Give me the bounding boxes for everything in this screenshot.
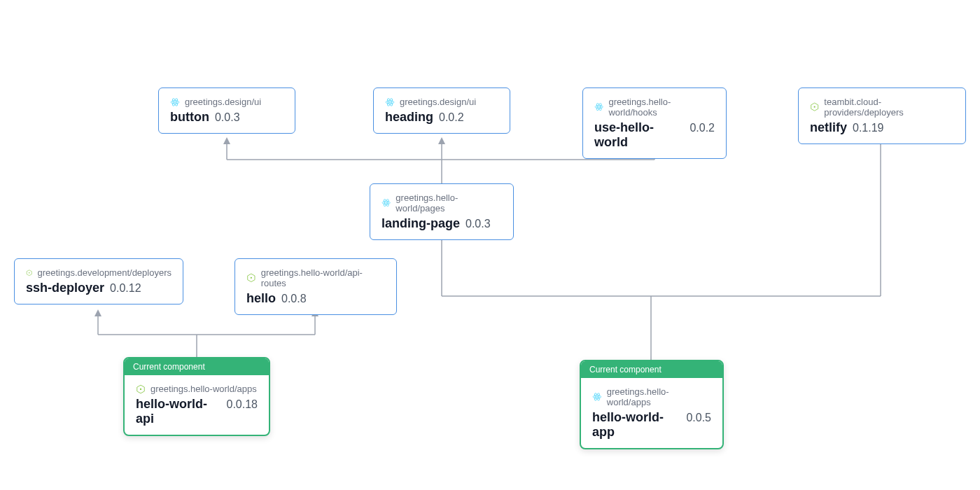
svg-point-30 — [140, 388, 141, 389]
react-icon — [385, 97, 395, 107]
node-scope: greetings.design/ui — [185, 97, 261, 107]
node-button[interactable]: greetings.design/ui button 0.0.3 — [158, 88, 295, 134]
node-scope: greetings.hello-world/pages — [396, 192, 502, 214]
node-landing-page[interactable]: greetings.hello-world/pages landing-page… — [370, 183, 514, 240]
node-name: landing-page — [382, 216, 460, 231]
node-scope: teambit.cloud-providers/deployers — [824, 97, 954, 118]
node-name: button — [170, 110, 209, 125]
current-component-header: Current component — [125, 358, 269, 375]
react-icon — [382, 198, 391, 208]
nodejs-icon — [810, 102, 819, 112]
current-node-hello-world-api[interactable]: Current component greetings.hello-world/… — [123, 357, 270, 436]
node-version: 0.0.18 — [227, 398, 258, 411]
svg-marker-3 — [94, 309, 102, 316]
nodejs-icon — [26, 268, 32, 278]
dependency-graph: greetings.design/ui button 0.0.3 greetin… — [0, 0, 980, 490]
react-icon — [592, 392, 602, 402]
node-version: 0.0.3 — [215, 111, 240, 124]
react-icon — [594, 102, 603, 112]
svg-point-34 — [596, 396, 598, 398]
svg-point-14 — [389, 101, 391, 102]
node-name: heading — [385, 110, 433, 125]
node-ssh-deployer[interactable]: greetings.development/deployers ssh-depl… — [14, 258, 183, 304]
node-scope: greetings.hello-world/api-routes — [261, 267, 385, 288]
node-name: netlify — [810, 120, 847, 135]
node-scope: greetings.hello-world/apps — [150, 384, 257, 394]
node-netlify[interactable]: teambit.cloud-providers/deployers netlif… — [798, 88, 966, 144]
svg-point-20 — [814, 106, 816, 108]
node-use-hello-world[interactable]: greetings.hello-world/hooks use-hello-wo… — [582, 88, 727, 159]
node-name: hello-world-app — [592, 410, 680, 440]
node-scope: greetings.hello-world/apps — [607, 386, 711, 407]
node-heading[interactable]: greetings.design/ui heading 0.0.2 — [373, 88, 510, 134]
node-version: 0.0.8 — [281, 293, 307, 305]
node-name: use-hello-world — [594, 120, 684, 150]
nodejs-icon — [136, 384, 146, 394]
svg-point-10 — [174, 101, 176, 102]
node-version: 0.0.12 — [110, 282, 141, 295]
current-component-header: Current component — [581, 361, 722, 378]
nodejs-icon — [246, 273, 256, 283]
svg-point-18 — [598, 106, 600, 108]
svg-marker-1 — [438, 137, 445, 144]
node-version: 0.0.5 — [686, 412, 711, 424]
node-scope: greetings.development/deployers — [37, 267, 172, 278]
node-version: 0.1.19 — [853, 122, 883, 134]
node-scope: greetings.hello-world/hooks — [608, 97, 715, 118]
node-version: 0.0.2 — [690, 122, 715, 134]
node-name: hello — [246, 291, 276, 306]
node-name: ssh-deployer — [26, 281, 104, 295]
node-hello[interactable]: greetings.hello-world/api-routes hello 0… — [234, 258, 397, 315]
react-icon — [170, 97, 180, 107]
svg-point-28 — [251, 277, 252, 279]
node-version: 0.0.3 — [465, 218, 491, 230]
current-node-hello-world-app[interactable]: Current component greetings.hello-world/… — [580, 360, 724, 449]
svg-marker-0 — [223, 137, 230, 144]
svg-point-24 — [386, 202, 387, 204]
node-scope: greetings.design/ui — [400, 97, 476, 107]
svg-point-26 — [29, 272, 30, 274]
node-name: hello-world-api — [136, 397, 221, 426]
node-version: 0.0.2 — [439, 111, 464, 124]
